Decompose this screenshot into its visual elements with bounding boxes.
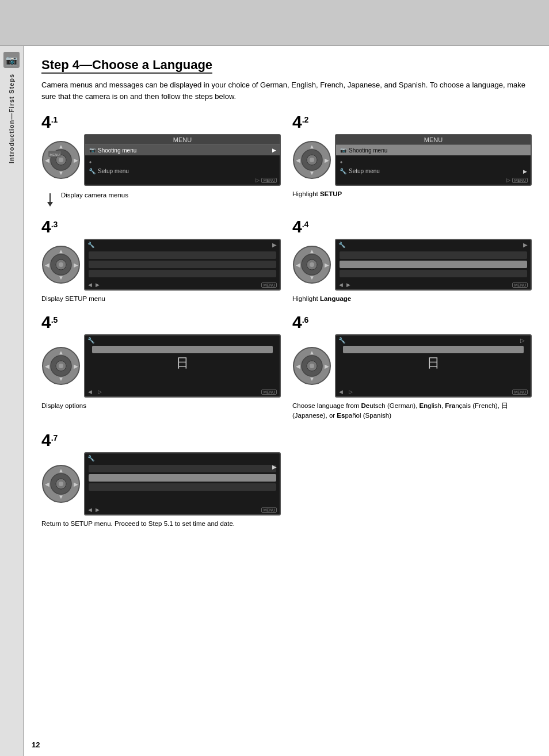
step-diagram-4-2: ▲ ▼ ◀ ▶ MENU 📷 Shooting menu ⬥ bbox=[292, 134, 532, 186]
dial-4-2: ▲ ▼ ◀ ▶ bbox=[292, 140, 331, 180]
svg-text:◀: ◀ bbox=[296, 262, 300, 268]
lcd-4-6: 🔧 ▷ 日 ◀ ▷ MENU bbox=[335, 334, 532, 398]
svg-point-15 bbox=[310, 158, 314, 162]
dial-4-4: ▲ ▼ ◀ ▶ bbox=[292, 245, 331, 284]
step-number-4-2: 4.2 bbox=[292, 113, 532, 131]
svg-text:▲: ▲ bbox=[58, 467, 64, 474]
steps-grid: 4.1 ▲ ▼ ◀ ▶ MENU bbox=[41, 113, 532, 528]
svg-text:▶: ▶ bbox=[74, 157, 78, 163]
svg-point-3 bbox=[59, 158, 63, 162]
svg-point-47 bbox=[310, 364, 314, 368]
step-label-4-3: Display SETUP menu bbox=[41, 294, 281, 303]
step-diagram-4-6: ▲ ▼ ◀ ▶ 🔧 ▷ 日 ◀ ▷ MENU bbox=[292, 334, 532, 398]
svg-text:▼: ▼ bbox=[58, 494, 64, 500]
step-number-4-5: 4.5 bbox=[41, 314, 281, 331]
svg-text:▶: ▶ bbox=[74, 262, 78, 268]
intro-text: Camera menus and messages can be display… bbox=[41, 79, 532, 102]
lcd-4-3: 🔧 ▶ ◀ ▶ MENU bbox=[84, 239, 281, 291]
lcd-4-4: 🔧 ▶ ◀ ▶ MENU bbox=[335, 239, 532, 291]
svg-text:▼: ▼ bbox=[58, 376, 64, 382]
step-label-4-5: Display options bbox=[41, 401, 281, 410]
svg-text:▼: ▼ bbox=[58, 274, 64, 281]
svg-text:▲: ▲ bbox=[58, 349, 64, 356]
dial-4-7: ▲ ▼ ◀ ▶ bbox=[41, 464, 81, 503]
step-label-4-7: Return to SETUP menu. Proceed to Step 5.… bbox=[41, 519, 281, 528]
dial-4-5: ▲ ▼ ◀ ▶ bbox=[41, 346, 81, 385]
step-label-4-2: Highlight SETUP bbox=[292, 189, 532, 198]
lcd-4-5: 🔧 日 ◀ ▷ MENU bbox=[84, 334, 281, 398]
step-4-5: 4.5 ▲ ▼ ◀ ▶ 🔧 日 bbox=[41, 314, 281, 421]
svg-text:▲: ▲ bbox=[58, 248, 64, 254]
svg-text:◀: ◀ bbox=[45, 157, 49, 163]
step-diagram-4-4: ▲ ▼ ◀ ▶ 🔧 ▶ ◀ ▶ MENU bbox=[292, 239, 532, 291]
svg-text:▼: ▼ bbox=[309, 376, 315, 382]
svg-text:◀: ◀ bbox=[296, 363, 300, 369]
svg-text:▲: ▲ bbox=[309, 143, 315, 150]
dial-4-3: ▲ ▼ ◀ ▶ bbox=[41, 245, 81, 284]
svg-text:▼: ▼ bbox=[58, 170, 64, 176]
step-diagram-4-3: ▲ ▼ ◀ ▶ 🔧 ▶ ◀ ▶ bbox=[41, 239, 281, 291]
svg-text:▼: ▼ bbox=[309, 170, 315, 176]
step-number-4-7: 4.7 bbox=[41, 432, 281, 449]
dial-4-6: ▲ ▼ ◀ ▶ bbox=[292, 346, 331, 385]
step-number-4-6: 4.6 bbox=[292, 314, 532, 331]
svg-point-55 bbox=[59, 482, 63, 486]
svg-marker-11 bbox=[47, 202, 53, 207]
svg-text:◀: ◀ bbox=[45, 481, 49, 487]
svg-point-39 bbox=[59, 364, 63, 368]
svg-text:▶: ▶ bbox=[325, 157, 329, 163]
step-diagram-4-7: ▲ ▼ ◀ ▶ 🔧 ▶ ◀ ▶ MENU bbox=[41, 452, 281, 516]
page-number: 12 bbox=[32, 740, 40, 749]
svg-text:▲: ▲ bbox=[309, 349, 315, 356]
svg-point-23 bbox=[59, 262, 63, 267]
svg-text:◀: ◀ bbox=[45, 262, 49, 268]
step-4-2: 4.2 ▲ ▼ ◀ ▶ MENU 📷 Shooting m bbox=[292, 113, 532, 208]
svg-text:▶: ▶ bbox=[325, 363, 329, 369]
step-number-4-4: 4.4 bbox=[292, 218, 532, 235]
step-diagram-4-1: ▲ ▼ ◀ ▶ MENU MENU 📷 Shooting menu ▶ bbox=[41, 134, 281, 186]
step-4-4: 4.4 ▲ ▼ ◀ ▶ 🔧 ▶ bbox=[292, 218, 532, 303]
step-label-4-4: Highlight Language bbox=[292, 294, 532, 303]
step-4-7: 4.7 ▲ ▼ ◀ ▶ 🔧 bbox=[41, 432, 281, 528]
step-number-4-3: 4.3 bbox=[41, 218, 281, 235]
svg-text:◀: ◀ bbox=[296, 157, 300, 163]
svg-text:▼: ▼ bbox=[309, 274, 315, 281]
dial-4-1: ▲ ▼ ◀ ▶ MENU bbox=[41, 140, 81, 180]
step-4-6: 4.6 ▲ ▼ ◀ ▶ 🔧 ▷ 日 bbox=[292, 314, 532, 421]
lcd-4-1: MENU 📷 Shooting menu ▶ ⬥ 🔧 Setup menu bbox=[84, 134, 281, 186]
step-label-4-6: Choose language from Deutsch (German), E… bbox=[292, 401, 532, 421]
step-diagram-4-5: ▲ ▼ ◀ ▶ 🔧 日 ◀ ▷ MENU bbox=[41, 334, 281, 398]
sidebar-label: Introduction—First Steps bbox=[8, 74, 15, 163]
svg-text:▶: ▶ bbox=[74, 481, 78, 487]
main-content: Step 4—Choose a Language Camera menus an… bbox=[24, 46, 549, 756]
svg-text:MENU: MENU bbox=[49, 153, 60, 156]
svg-text:▶: ▶ bbox=[325, 262, 329, 268]
svg-text:▲: ▲ bbox=[58, 143, 64, 150]
arrow-icon-4-1 bbox=[41, 190, 59, 208]
svg-text:▲: ▲ bbox=[309, 248, 315, 254]
lcd-4-7: 🔧 ▶ ◀ ▶ MENU bbox=[84, 452, 281, 516]
page-title: Step 4—Choose a Language bbox=[41, 58, 212, 74]
svg-text:◀: ◀ bbox=[45, 363, 49, 369]
step-label-4-1: Display camera menus bbox=[61, 190, 128, 200]
sidebar-icon: 📷 bbox=[3, 52, 20, 68]
sidebar: 📷 Introduction—First Steps bbox=[0, 46, 24, 756]
top-bar bbox=[0, 0, 549, 46]
step-4-3: 4.3 ▲ ▼ ◀ ▶ 🔧 ▶ bbox=[41, 218, 281, 303]
svg-point-31 bbox=[310, 262, 314, 267]
step-number-4-1: 4.1 bbox=[41, 113, 281, 131]
svg-text:▶: ▶ bbox=[74, 363, 78, 369]
lcd-4-2: MENU 📷 Shooting menu ⬥ 🔧 Setup menu ▶ bbox=[335, 134, 532, 186]
step-4-1: 4.1 ▲ ▼ ◀ ▶ MENU bbox=[41, 113, 281, 208]
